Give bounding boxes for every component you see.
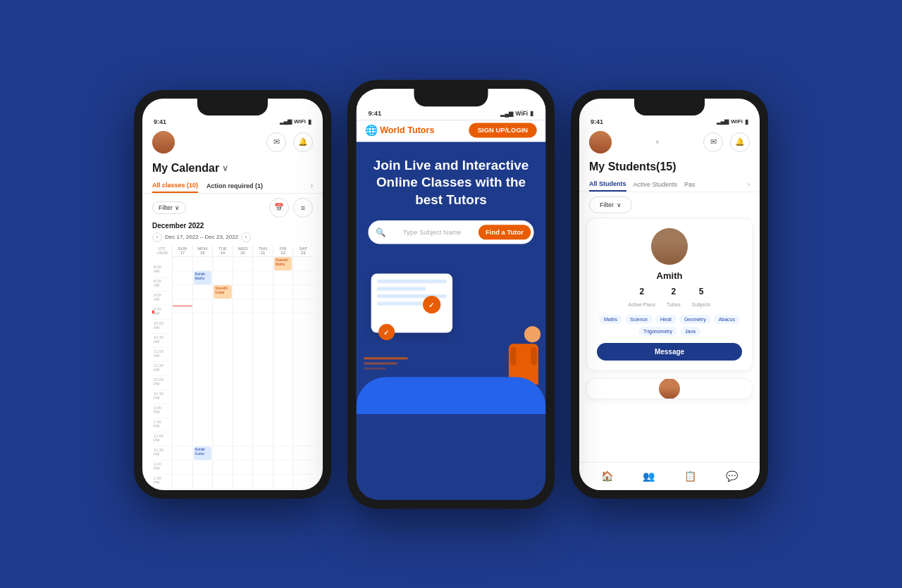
bottom-navigation: 🏠 👥 📋 💬: [579, 462, 760, 490]
time-100: 1:00PM: [152, 461, 172, 475]
slot: [273, 285, 293, 299]
time-3: 9:41: [591, 118, 603, 125]
find-tutor-button[interactable]: Find a Tutor: [478, 225, 531, 239]
nav-calendar-icon[interactable]: 📋: [684, 470, 696, 482]
tue-pm: [213, 432, 233, 489]
slot: [173, 271, 192, 285]
logo-area: 🌐 World Tutors: [365, 124, 434, 136]
signup-login-button[interactable]: SIGN UP/LOGIN: [469, 123, 537, 137]
slot: [213, 461, 233, 475]
slot: [213, 475, 233, 489]
tag-maths[interactable]: Maths: [599, 315, 622, 324]
tag-abacus[interactable]: Abacus: [714, 315, 740, 324]
slot: [273, 475, 293, 489]
slot: [193, 461, 213, 475]
event-rohith-maths[interactable]: RohithMaths: [194, 271, 212, 284]
event-sweethi-maths[interactable]: SweethiMaths: [274, 257, 292, 270]
filter-button-1[interactable]: Filter ∨: [152, 201, 186, 214]
students-title: My Students(15): [579, 158, 760, 177]
tag-java[interactable]: Java: [680, 327, 700, 336]
slot: [173, 285, 192, 299]
avatar-1[interactable]: [152, 131, 175, 154]
phones-container: 9:41 ▂▄▆ WiFi ▮ ✉ 🔔 My Calendar: [120, 76, 782, 513]
person-head: [524, 326, 540, 342]
search-placeholder-text[interactable]: Type Subject Name: [390, 228, 474, 236]
slot: [173, 461, 192, 475]
tab-past-students[interactable]: Pas: [684, 178, 696, 191]
slot: [173, 475, 192, 489]
speed-lines: [364, 357, 408, 370]
logo-globe-icon: 🌐: [365, 124, 378, 136]
arm-left: [510, 346, 516, 365]
tab-all-students[interactable]: All Students: [589, 177, 626, 192]
prev-week-btn[interactable]: ‹: [152, 232, 162, 242]
speed-line-3: [364, 368, 386, 370]
student-card-partial: [586, 378, 753, 399]
time-930: 9:30AM: [152, 306, 172, 320]
search-bar[interactable]: 🔍 Type Subject Name Find a Tutor: [368, 220, 533, 244]
header-sat: SAT23: [293, 245, 313, 257]
slot: [213, 446, 233, 461]
slot: [293, 271, 313, 285]
nav-students-icon[interactable]: 👥: [643, 470, 655, 482]
stat-tutors: 2 Tutors: [667, 287, 681, 309]
nav-home-icon[interactable]: 🏠: [601, 470, 613, 482]
message-button-amith[interactable]: Message: [597, 343, 742, 361]
event-sweethi-guitar[interactable]: SweethiGuitar: [214, 285, 232, 299]
nav-chat-icon[interactable]: 💬: [726, 470, 738, 482]
thu-pm: [253, 432, 273, 489]
slot: [273, 446, 293, 461]
wed-slots: [233, 257, 253, 426]
next-week-btn[interactable]: ›: [241, 232, 251, 242]
date-range: Dec 17, 2022 – Dec 23, 2022: [165, 234, 238, 240]
event-rohith-guitar[interactable]: RohithGuitar: [194, 446, 212, 460]
slot: [253, 271, 273, 285]
filter-chevron-3: ∨: [617, 201, 622, 208]
col-sat-pm: [292, 432, 313, 489]
filter-label-1: Filter: [159, 204, 173, 211]
time-1: 9:41: [154, 118, 166, 125]
mail-icon-3[interactable]: ✉: [703, 132, 723, 152]
current-time-line: [173, 306, 192, 306]
active-plans-label: Active Plans: [629, 302, 656, 307]
slot: [213, 271, 233, 285]
chevron-down-icon: ∨: [655, 139, 660, 145]
slot: [233, 271, 253, 285]
tab-action-required[interactable]: Action required (1): [206, 180, 263, 192]
slot: [233, 475, 253, 489]
phone-calendar-screen: 9:41 ▂▄▆ WiFi ▮ ✉ 🔔 My Calendar: [142, 99, 323, 490]
tag-trigonometry[interactable]: Trigonometry: [638, 327, 677, 336]
avatar-3[interactable]: [589, 131, 612, 154]
tag-hindi[interactable]: Hindi: [655, 315, 676, 324]
tab-all-classes[interactable]: All classes (10): [152, 179, 198, 193]
tag-science[interactable]: Science: [625, 315, 653, 324]
calendar-title: My Calendar ∨: [142, 159, 323, 179]
tab-active-students[interactable]: Active Students: [634, 178, 678, 191]
calendar-view-icon[interactable]: 📅: [269, 198, 289, 218]
student-stats-amith: 2 Active Plans 2 Tutors 5 Subjects: [597, 287, 742, 309]
phone-calendar: 9:41 ▂▄▆ WiFi ▮ ✉ 🔔 My Calendar: [134, 90, 331, 499]
wifi-icon-2: WiFi: [516, 110, 529, 116]
time-130: 1:30PM: [152, 475, 172, 489]
slot: [213, 257, 233, 271]
bell-icon-3[interactable]: 🔔: [730, 132, 750, 152]
sun-pm: [173, 432, 192, 489]
slot-830: RohithMaths: [193, 271, 213, 285]
wed-pm: [233, 432, 253, 489]
sun-slots: [173, 257, 192, 426]
calendar-section: December 2022 ‹ Dec 17, 2022 – Dec 23, 2…: [142, 222, 323, 489]
mon-pm: RohithGuitar: [193, 432, 213, 489]
student-avatar-amith: [651, 228, 688, 265]
time-1230b: 12:30PM: [152, 446, 172, 461]
mail-icon-1[interactable]: ✉: [266, 132, 286, 152]
subjects-number: 5: [692, 287, 711, 296]
filter-button-3[interactable]: Filter ∨: [589, 196, 632, 213]
header-icons-3: ✉ 🔔: [703, 132, 750, 152]
list-view-icon[interactable]: ≡: [293, 198, 313, 218]
bell-icon-1[interactable]: 🔔: [293, 132, 313, 152]
calendar-grid: UTC+03:00 8:00AM 8:30AM 9:00AM 9:30AM 10…: [152, 245, 313, 432]
student-card-amith: Amith 2 Active Plans 2 Tutors 5 Subjects: [586, 218, 753, 371]
tag-geometry[interactable]: Geometry: [679, 315, 711, 324]
afternoon-grid: 12:00PM 12:30PM 1:00PM 1:30PM: [152, 432, 313, 489]
phone-landing: 9:41 ▂▄▆ WiFi ▮ 🌐 World Tutors SIGN UP/L…: [347, 80, 555, 508]
